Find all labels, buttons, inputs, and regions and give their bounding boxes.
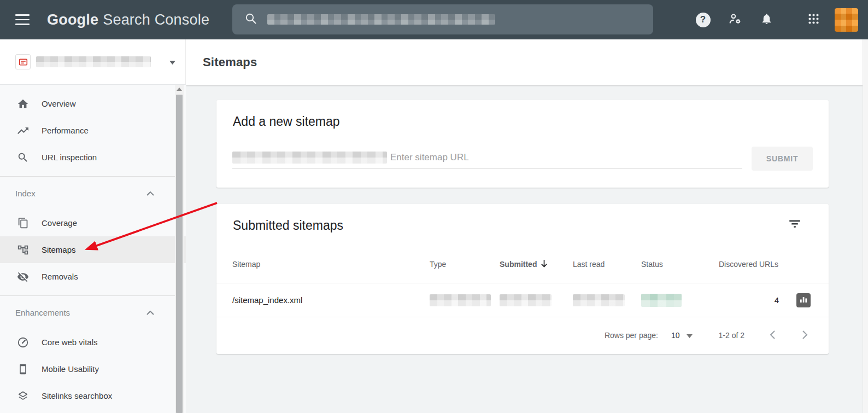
sitemap-tree-icon xyxy=(16,244,30,256)
filter-button[interactable] xyxy=(787,217,802,232)
chevron-right-icon xyxy=(802,330,808,341)
submitted-sitemaps-card: Submitted sitemaps Sitemap Type Submitte… xyxy=(216,204,829,354)
sidebar-item-url-inspection[interactable]: URL inspection xyxy=(0,144,186,171)
section-label: Index xyxy=(15,189,36,198)
rows-per-page-select[interactable]: 10 xyxy=(671,331,693,340)
column-header-last-read: Last read xyxy=(573,260,641,269)
section-label: Enhancements xyxy=(15,308,70,317)
google-apps-button[interactable] xyxy=(802,8,825,31)
sidebar-item-label: Core web vitals xyxy=(42,338,98,347)
bar-chart-icon xyxy=(800,295,807,305)
submitted-sitemaps-header: Submitted sitemaps xyxy=(216,204,829,246)
column-header-label: Submitted xyxy=(500,260,537,269)
sitemap-url-field xyxy=(232,146,742,169)
app-logo: GoogleSearch Console xyxy=(47,11,209,28)
sidebar-section-index[interactable]: Index xyxy=(0,177,186,210)
notifications-button[interactable] xyxy=(755,8,778,31)
topbar-actions: ? xyxy=(691,0,858,39)
help-button[interactable]: ? xyxy=(691,8,714,31)
scrollbar-up-arrow-icon[interactable] xyxy=(175,85,184,94)
chevron-down-icon xyxy=(169,57,175,67)
sidebar-item-sitemaps[interactable]: Sitemaps xyxy=(0,236,186,263)
chevron-up-icon xyxy=(146,307,154,317)
sidebar-item-label: Removals xyxy=(42,272,78,281)
sidebar-item-label: Sitelinks searchbox xyxy=(42,391,112,400)
sitemap-url-input[interactable] xyxy=(390,152,742,163)
redacted-submitted-date-cell xyxy=(500,294,552,306)
manage-accounts-icon xyxy=(728,12,742,28)
sidebar-item-label: Mobile Usability xyxy=(42,364,99,374)
logo-product-text: Search Console xyxy=(103,11,209,28)
rows-per-page-label: Rows per page: xyxy=(605,331,658,340)
sort-descending-arrow-icon xyxy=(541,259,548,269)
page-scrollbar[interactable] xyxy=(863,39,868,413)
topbar: GoogleSearch Console ? xyxy=(0,0,868,39)
column-header-type: Type xyxy=(430,260,500,269)
submitted-sitemaps-title: Submitted sitemaps xyxy=(233,218,343,233)
add-sitemap-title: Add a new sitemap xyxy=(233,114,340,129)
table-header-row: Sitemap Type Submitted Last read Status … xyxy=(216,246,829,283)
chevron-down-icon xyxy=(687,331,693,340)
redacted-site-url-prefix xyxy=(232,152,387,164)
chevron-left-icon xyxy=(770,330,775,341)
pagination-range: 1-2 of 2 xyxy=(719,331,744,340)
logo-google-text: Google xyxy=(47,11,98,28)
speedometer-icon xyxy=(16,336,30,348)
see-index-coverage-button[interactable] xyxy=(796,293,811,307)
column-header-sitemap: Sitemap xyxy=(232,260,430,269)
home-icon xyxy=(16,98,30,110)
sidebar-item-label: Performance xyxy=(42,126,89,135)
sidebar-item-label: Coverage xyxy=(42,218,77,228)
account-avatar[interactable] xyxy=(835,8,858,32)
google-search-console-app: { "topbar": { "logo_primary": "Google", … xyxy=(0,0,868,413)
bell-icon xyxy=(760,13,773,27)
sidebar-item-sitelinks-searchbox[interactable]: Sitelinks searchbox xyxy=(0,382,186,409)
pagination-bar: Rows per page: 10 1-2 of 2 xyxy=(216,317,829,353)
sidebar-item-overview[interactable]: Overview xyxy=(0,90,186,117)
next-page-button[interactable] xyxy=(800,328,810,343)
rows-per-page-value: 10 xyxy=(671,331,680,340)
add-sitemap-card: Add a new sitemap SUBMIT xyxy=(216,100,829,188)
sidebar-item-performance[interactable]: Performance xyxy=(0,117,186,144)
row-actions xyxy=(779,293,829,307)
sidebar-item-label: Sitemaps xyxy=(42,245,76,254)
help-glyph: ? xyxy=(700,14,706,25)
redacted-type-cell xyxy=(430,294,491,306)
property-favicon-icon xyxy=(15,54,31,69)
sitemap-path-cell[interactable]: /sitemap_index.xml xyxy=(232,295,430,305)
page-header: Sitemaps xyxy=(186,39,868,85)
inspect-url-search-bar[interactable] xyxy=(232,4,653,34)
sidebar-section-enhancements[interactable]: Enhancements xyxy=(0,296,186,329)
sidebar-item-coverage[interactable]: Coverage xyxy=(0,210,186,236)
layers-icon xyxy=(16,390,30,402)
apps-grid-icon xyxy=(808,13,819,27)
content-area: Add a new sitemap SUBMIT Submitted sitem… xyxy=(186,85,868,413)
pages-copy-icon xyxy=(16,217,30,229)
sidebar-item-removals[interactable]: Removals xyxy=(0,263,186,290)
smartphone-icon xyxy=(16,363,30,375)
redacted-search-query xyxy=(267,14,495,25)
sidebar-scrollbar[interactable] xyxy=(175,85,184,413)
redacted-last-read-cell xyxy=(573,294,625,306)
sidebar-item-label: URL inspection xyxy=(42,153,97,162)
discovered-urls-cell: 4 xyxy=(719,295,779,305)
table-row[interactable]: /sitemap_index.xml 4 xyxy=(216,283,829,317)
help-icon: ? xyxy=(696,13,711,27)
submit-button[interactable]: SUBMIT xyxy=(752,147,813,171)
property-selector[interactable] xyxy=(0,39,186,85)
redacted-status-cell xyxy=(641,294,682,307)
previous-page-button[interactable] xyxy=(767,328,777,343)
visibility-off-icon xyxy=(16,271,30,283)
redacted-property-name xyxy=(36,56,151,67)
sidebar-item-core-web-vitals[interactable]: Core web vitals xyxy=(0,329,186,356)
search-icon xyxy=(244,12,257,27)
column-header-status: Status xyxy=(641,260,719,269)
sidebar-item-label: Overview xyxy=(42,99,76,108)
user-settings-button[interactable] xyxy=(723,8,746,31)
column-header-discovered-urls: Discovered URLs xyxy=(719,260,779,269)
hamburger-menu-icon[interactable] xyxy=(15,14,30,25)
sidebar-item-mobile-usability[interactable]: Mobile Usability xyxy=(0,356,186,382)
column-header-submitted[interactable]: Submitted xyxy=(500,259,573,269)
scrollbar-thumb[interactable] xyxy=(176,95,183,413)
page-title: Sitemaps xyxy=(203,55,257,69)
